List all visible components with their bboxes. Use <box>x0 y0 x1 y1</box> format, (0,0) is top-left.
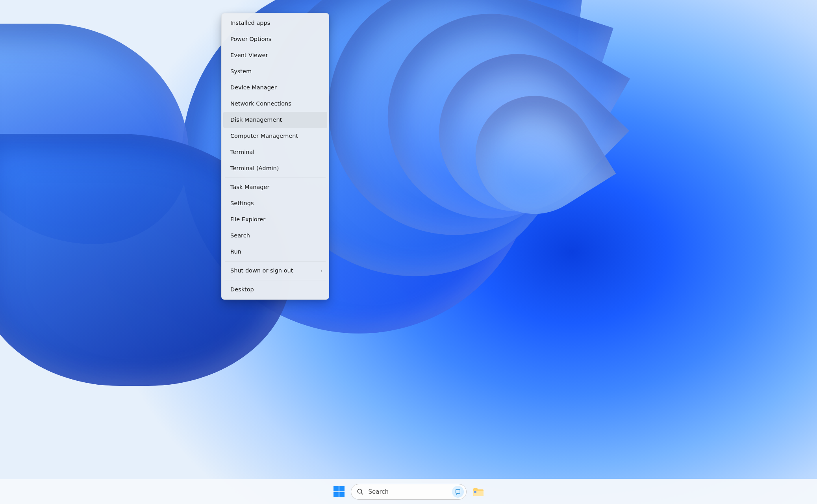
menu-item-search[interactable]: Search <box>223 228 327 244</box>
winx-quick-link-menu: Installed appsPower OptionsEvent ViewerS… <box>221 13 329 300</box>
menu-item-terminal-admin[interactable]: Terminal (Admin) <box>223 160 327 176</box>
menu-item-file-explorer[interactable]: File Explorer <box>223 211 327 228</box>
menu-item-label: System <box>230 67 252 76</box>
menu-item-label: Task Manager <box>230 183 269 191</box>
menu-item-device-manager[interactable]: Device Manager <box>223 80 327 96</box>
file-explorer-icon <box>472 487 484 497</box>
menu-item-installed-apps[interactable]: Installed apps <box>223 15 327 31</box>
windows-logo-icon <box>333 486 345 498</box>
menu-item-label: Disk Management <box>230 116 282 124</box>
menu-item-label: Network Connections <box>230 100 291 108</box>
chevron-right-icon: › <box>321 268 322 274</box>
bing-chat-icon[interactable] <box>452 486 464 498</box>
menu-item-label: File Explorer <box>230 215 265 224</box>
svg-rect-3 <box>339 492 345 497</box>
menu-item-settings[interactable]: Settings <box>223 195 327 211</box>
svg-rect-1 <box>339 486 345 491</box>
svg-point-4 <box>358 489 362 493</box>
svg-rect-2 <box>333 492 339 497</box>
menu-separator <box>225 261 326 261</box>
menu-item-system[interactable]: System <box>223 63 327 80</box>
menu-item-label: Settings <box>230 199 254 208</box>
taskbar-search-box[interactable]: Search <box>351 484 467 500</box>
menu-item-label: Run <box>230 248 241 256</box>
menu-item-run[interactable]: Run <box>223 244 327 260</box>
svg-rect-6 <box>474 491 476 493</box>
menu-item-label: Event Viewer <box>230 51 268 59</box>
menu-item-desktop[interactable]: Desktop <box>223 282 327 298</box>
menu-item-label: Computer Management <box>230 132 298 140</box>
menu-item-label: Installed apps <box>230 19 270 27</box>
desktop-wallpaper <box>0 0 817 504</box>
svg-line-5 <box>361 493 363 495</box>
menu-item-label: Power Options <box>230 35 271 43</box>
menu-item-event-viewer[interactable]: Event Viewer <box>223 47 327 63</box>
menu-separator <box>225 280 326 280</box>
menu-item-computer-management[interactable]: Computer Management <box>223 128 327 144</box>
menu-item-label: Terminal (Admin) <box>230 164 279 172</box>
menu-separator <box>225 178 326 178</box>
search-icon <box>357 488 364 495</box>
menu-item-terminal[interactable]: Terminal <box>223 144 327 160</box>
menu-item-label: Search <box>230 232 250 240</box>
taskbar: Search <box>0 479 817 504</box>
menu-item-network-connections[interactable]: Network Connections <box>223 96 327 112</box>
search-placeholder: Search <box>369 488 447 495</box>
menu-item-label: Shut down or sign out <box>230 267 293 275</box>
menu-item-shut-down-or-sign-out[interactable]: Shut down or sign out› <box>223 263 327 279</box>
menu-item-label: Terminal <box>230 148 254 156</box>
menu-item-task-manager[interactable]: Task Manager <box>223 179 327 195</box>
svg-rect-0 <box>333 486 339 491</box>
menu-item-label: Desktop <box>230 285 254 294</box>
menu-item-disk-management[interactable]: Disk Management <box>223 112 327 128</box>
menu-item-label: Device Manager <box>230 83 277 92</box>
start-button[interactable] <box>331 483 347 500</box>
menu-item-power-options[interactable]: Power Options <box>223 31 327 47</box>
taskbar-file-explorer[interactable] <box>471 483 486 500</box>
